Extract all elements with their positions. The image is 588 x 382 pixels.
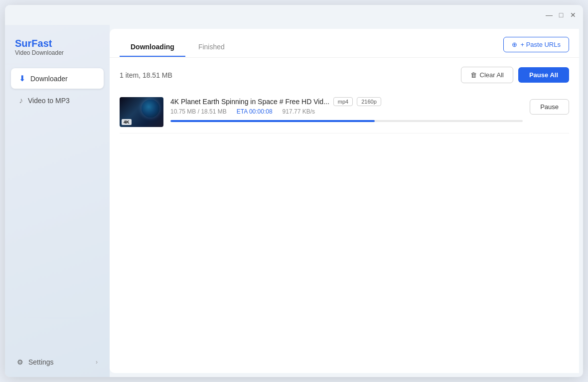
plus-icon: ⊕: [512, 41, 517, 48]
tab-finished[interactable]: Finished: [187, 38, 236, 57]
title-bar: — □ ✕: [5, 5, 583, 25]
quality-badge: 2160p: [357, 97, 381, 106]
sidebar-item-video-to-mp3[interactable]: ♪ Video to MP3: [11, 91, 104, 111]
paste-urls-label: + Paste URLs: [520, 41, 561, 48]
clear-all-label: Clear All: [480, 71, 504, 79]
sidebar: SurFast Video Downloader ⬇ Downloader ♪ …: [5, 25, 110, 377]
download-item: 4K 4K Planet Earth Spinning in Space # F…: [120, 90, 569, 133]
sidebar-item-downloader[interactable]: ⬇ Downloader: [11, 68, 104, 89]
content-panel: Downloading Finished ⊕ + Paste URLs 1 it…: [110, 29, 579, 373]
download-speed: 917.77 KB/s: [283, 108, 315, 115]
download-item-actions: Pause: [530, 97, 569, 115]
app-window: — □ ✕ SurFast Video Downloader ⬇ Downloa…: [5, 5, 583, 377]
content-body: 1 item, 18.51 MB 🗑 Clear All Pause All: [110, 58, 579, 373]
pause-all-label: Pause All: [529, 71, 558, 79]
download-title: 4K Planet Earth Spinning in Space # Free…: [170, 98, 329, 106]
download-meta: 10.75 MB / 18.51 MB ETA 00:00:08 917.77 …: [170, 108, 523, 115]
tabs-actions: ⊕ + Paste URLs: [503, 37, 569, 57]
format-badge: mp4: [333, 97, 353, 106]
download-info: 4K Planet Earth Spinning in Space # Free…: [170, 97, 523, 122]
tabs-bar: Downloading Finished ⊕ + Paste URLs: [110, 29, 579, 58]
clear-all-button[interactable]: 🗑 Clear All: [461, 67, 513, 83]
settings-icon: ⚙: [17, 358, 23, 366]
pause-item-button[interactable]: Pause: [530, 99, 569, 115]
sidebar-item-label: Downloader: [30, 75, 68, 83]
progress-bar: [170, 120, 523, 122]
main-layout: SurFast Video Downloader ⬇ Downloader ♪ …: [5, 25, 583, 377]
thumbnail-image: 4K: [120, 97, 163, 127]
downloader-icon: ⬇: [19, 74, 25, 83]
trash-icon: 🗑: [470, 71, 477, 79]
maximize-button[interactable]: □: [557, 11, 565, 19]
pause-all-button[interactable]: Pause All: [518, 67, 569, 83]
close-button[interactable]: ✕: [569, 11, 577, 19]
download-eta: ETA 00:00:08: [237, 108, 273, 115]
logo-title: SurFast: [15, 38, 100, 49]
chevron-right-icon: ›: [96, 359, 98, 366]
tab-downloading[interactable]: Downloading: [120, 38, 185, 57]
progress-bar-fill: [170, 120, 375, 122]
sidebar-item-label: Video to MP3: [28, 97, 70, 105]
paste-urls-button[interactable]: ⊕ + Paste URLs: [503, 37, 569, 52]
stats-row: 1 item, 18.51 MB 🗑 Clear All Pause All: [120, 58, 569, 90]
stats-actions: 🗑 Clear All Pause All: [461, 67, 569, 83]
music-icon: ♪: [19, 96, 23, 105]
sidebar-settings[interactable]: ⚙ Settings ›: [5, 352, 110, 372]
earth-graphic: [142, 100, 159, 118]
thumb-quality-badge: 4K: [122, 119, 132, 125]
stats-text: 1 item, 18.51 MB: [120, 71, 172, 79]
download-title-row: 4K Planet Earth Spinning in Space # Free…: [170, 97, 523, 106]
sidebar-logo: SurFast Video Downloader: [5, 30, 110, 68]
logo-subtitle: Video Downloader: [15, 49, 100, 56]
download-thumbnail: 4K: [120, 97, 163, 127]
sidebar-nav: ⬇ Downloader ♪ Video to MP3: [5, 68, 110, 352]
minimize-button[interactable]: —: [545, 11, 553, 19]
download-size: 10.75 MB / 18.51 MB: [170, 108, 227, 115]
settings-label: Settings: [28, 358, 54, 366]
